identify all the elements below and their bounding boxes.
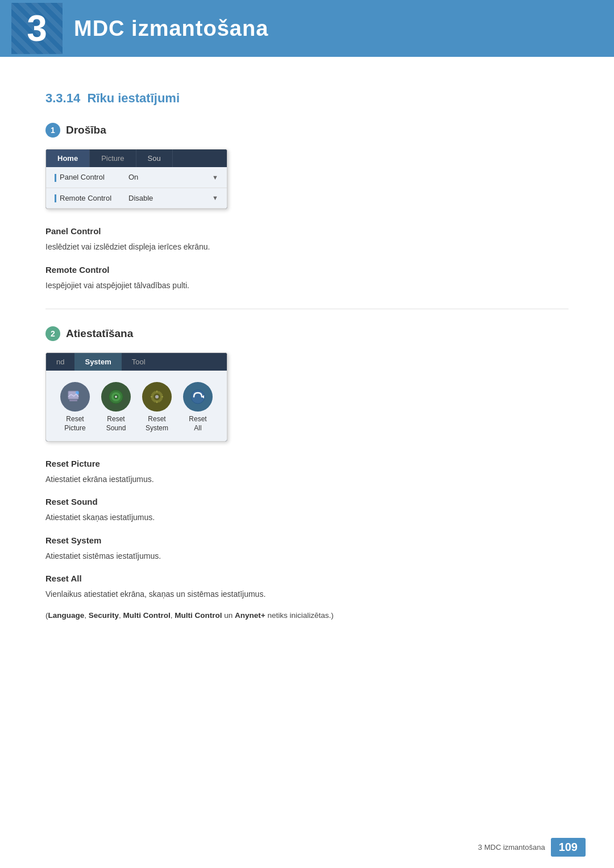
tab-sound-partial: Sou — [136, 149, 173, 167]
reset-system-label: ResetSystem — [146, 415, 168, 433]
tab-tool: Tool — [122, 353, 156, 371]
reset-all-item: ResetAll — [183, 382, 213, 433]
reset-sound-desc: Atiestatiet skaņas iestatījumus. — [45, 511, 569, 524]
footer: 3 MDC izmantošana 109 — [478, 838, 586, 857]
panel-control-value: On — [128, 173, 212, 181]
subsection2-header: 2 Atiestatīšana — [45, 326, 569, 341]
reset-all-label: ResetAll — [189, 415, 206, 433]
subsection2-number: 2 — [45, 326, 60, 341]
tab-system: System — [74, 353, 121, 371]
reset-picture-title: Reset Picture — [45, 459, 569, 468]
remote-control-desc: Iespējojiet vai atspējojiet tālvadības p… — [45, 279, 569, 292]
chapter-title: MDC izmantošana — [74, 16, 268, 41]
reset-sound-label: ResetSound — [106, 415, 126, 433]
chapter-number-box: 3 — [11, 3, 63, 54]
panel-control-label: Panel Control — [55, 173, 128, 182]
reset-all-title: Reset All — [45, 574, 569, 583]
section-title: Rīku iestatījumi — [87, 91, 180, 105]
note-multi-control2: Multi Control — [175, 611, 222, 620]
svg-rect-12 — [151, 396, 152, 397]
chapter-number: 3 — [27, 7, 47, 49]
system-svg — [148, 388, 165, 405]
remote-control-value: Disable — [128, 194, 212, 202]
mockup-rows: Panel Control On ▼ Remote Control Disabl… — [46, 167, 227, 209]
reset-icons-row: ResetPicture ResetSound — [46, 371, 227, 441]
reset-picture-desc: Atiestatiet ekrāna iestatījumus. — [45, 473, 569, 485]
remote-control-title: Remote Control — [45, 265, 569, 275]
reset-system-title: Reset System — [45, 535, 569, 545]
sound-svg — [107, 388, 125, 405]
reset-picture-item: ResetPicture — [60, 382, 90, 433]
reset-tabs: nd System Tool — [46, 353, 227, 371]
reset-picture-icon — [60, 382, 90, 412]
section-heading: 3.3.14 Rīku iestatījumi — [45, 91, 569, 106]
note-anynet: Anynet+ — [235, 611, 265, 620]
tab-picture: Picture — [90, 149, 136, 167]
reset-sound-title: Reset Sound — [45, 497, 569, 506]
tab-nd: nd — [46, 353, 74, 371]
reset-picture-label: ResetPicture — [64, 415, 85, 433]
reset-all-desc: Vienlaikus atiestatiet ekrāna, skaņas un… — [45, 588, 569, 600]
remote-control-label: Remote Control — [55, 194, 128, 203]
mockup-tabs: Home Picture Sou — [46, 149, 227, 167]
reset-system-icon — [142, 382, 172, 412]
page-header: 3 MDC izmantošana — [0, 0, 614, 57]
reset-sound-icon — [101, 382, 131, 412]
footer-page: 109 — [551, 838, 586, 857]
panel-control-desc: Ieslēdziet vai izslēdziet displeja ierīc… — [45, 240, 569, 253]
subsection2-label: Atiestatīšana — [66, 327, 133, 340]
svg-rect-11 — [156, 401, 157, 403]
note-language: Language — [48, 611, 85, 620]
reset-system-desc: Atiestatiet sistēmas iestatījumus. — [45, 550, 569, 562]
subsection1-header: 1 Drošība — [45, 123, 569, 138]
subsection1-number: 1 — [45, 123, 60, 138]
main-content: 3.3.14 Rīku iestatījumi 1 Drošība Home P… — [0, 57, 614, 868]
svg-rect-10 — [156, 391, 157, 392]
picture-svg — [67, 388, 84, 405]
reset-sound-item: ResetSound — [101, 382, 131, 433]
svg-rect-13 — [161, 396, 163, 397]
all-svg — [189, 388, 206, 405]
bottom-note: (Language, Security, Multi Control, Mult… — [45, 609, 569, 622]
note-multi-control1: Multi Control — [123, 611, 171, 620]
panel-control-title: Panel Control — [45, 226, 569, 236]
tab-home: Home — [46, 149, 90, 167]
section-number: 3.3.14 — [45, 91, 80, 105]
ui-mockup-security: Home Picture Sou Panel Control On ▼ Remo… — [45, 149, 227, 209]
svg-rect-1 — [69, 400, 77, 401]
ui-mockup-reset: nd System Tool ResetPicture — [45, 352, 227, 442]
footer-text: 3 MDC izmantošana — [478, 843, 545, 852]
panel-control-arrow: ▼ — [212, 174, 218, 181]
svg-point-9 — [155, 395, 159, 398]
row-remote-control: Remote Control Disable ▼ — [46, 188, 227, 209]
reset-system-item: ResetSystem — [142, 382, 172, 433]
subsection1-label: Drošība — [66, 124, 106, 136]
remote-control-arrow: ▼ — [212, 194, 218, 201]
note-security: Security — [89, 611, 119, 620]
section-divider — [45, 309, 569, 309]
reset-all-icon — [183, 382, 213, 412]
svg-point-6 — [115, 396, 117, 398]
row-panel-control: Panel Control On ▼ — [46, 167, 227, 188]
